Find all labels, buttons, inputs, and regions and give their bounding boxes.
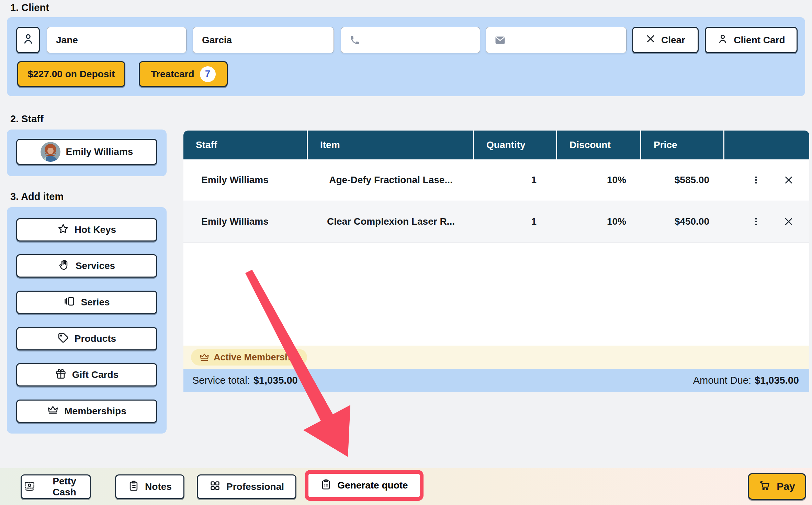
treatcard-button[interactable]: Treatcard 7 (139, 61, 228, 87)
amount-due-value: $1,035.00 (755, 375, 799, 386)
footer-bar: Petty Cash Notes Professional (0, 468, 812, 505)
client-card-label: Client Card (734, 35, 785, 46)
series-button[interactable]: Series (16, 291, 157, 314)
clear-client-button[interactable]: Clear (632, 27, 699, 53)
close-icon (645, 34, 656, 46)
pay-button[interactable]: Pay (748, 473, 806, 500)
service-total: Service total:$1,035.00 (192, 375, 298, 386)
amount-due-label: Amount Due: (693, 375, 751, 386)
row-options-kebab-icon[interactable] (750, 174, 762, 186)
crown-icon (199, 352, 210, 362)
cell-item: Age-Defy Fractional Lase... (308, 175, 474, 186)
add-item-panel: Hot Keys Services Series (7, 207, 167, 434)
col-header-staff: Staff (183, 131, 308, 159)
products-button[interactable]: Products (16, 327, 157, 350)
col-header-quantity: Quantity (474, 131, 557, 159)
cell-staff: Emily Williams (183, 216, 308, 227)
memberships-label: Memberships (64, 406, 126, 417)
table-row: Emily Williams Age-Defy Fractional Lase.… (183, 159, 809, 201)
staff-name-label: Emily Williams (66, 146, 133, 157)
notes-label: Notes (145, 481, 172, 492)
add-item-section-title: 3. Add item (10, 191, 64, 202)
generate-quote-label: Generate quote (337, 480, 408, 491)
pay-label: Pay (777, 481, 795, 492)
last-name-field-wrap (193, 27, 334, 53)
col-header-discount: Discount (557, 131, 641, 159)
staff-avatar (41, 142, 60, 162)
client-card-button[interactable]: Client Card (705, 27, 798, 53)
staff-select-button[interactable]: Emily Williams (16, 139, 157, 165)
gift-icon (55, 368, 67, 382)
staff-section-title: 2. Staff (10, 113, 44, 125)
person-icon (22, 33, 34, 47)
cell-price: $450.00 (641, 216, 724, 227)
hot-keys-button[interactable]: Hot Keys (16, 218, 157, 242)
service-total-value: $1,035.00 (253, 375, 298, 386)
cart-table-header: Staff Item Quantity Discount Price (183, 131, 809, 159)
treatcard-label: Treatcard (151, 69, 194, 80)
phone-input[interactable] (366, 34, 472, 46)
active-membership-badge: Active Membership (191, 349, 307, 366)
cart-table: Staff Item Quantity Discount Price Emily… (183, 131, 809, 346)
client-search-button[interactable] (16, 27, 40, 53)
cart-icon (759, 479, 771, 494)
row-remove-icon[interactable] (782, 215, 795, 228)
professional-button[interactable]: Professional (197, 474, 296, 499)
client-section-title: 1. Client (10, 2, 49, 13)
phone-field-wrap (341, 27, 480, 53)
notes-button[interactable]: Notes (115, 474, 184, 499)
star-icon (57, 223, 69, 237)
last-name-input[interactable] (201, 34, 325, 46)
email-input[interactable] (511, 34, 618, 46)
staff-panel: Emily Williams (7, 130, 167, 176)
deposit-button[interactable]: $227.00 on Deposit (17, 61, 125, 87)
series-label: Series (81, 297, 110, 308)
cell-quantity: 1 (474, 216, 557, 227)
cell-staff: Emily Williams (183, 175, 308, 186)
hand-icon (58, 259, 70, 273)
client-panel: Clear Client Card $227.00 on Deposit Tre… (7, 17, 805, 96)
col-header-price: Price (641, 131, 724, 159)
series-icon (64, 295, 75, 310)
amount-due: Amount Due:$1,035.00 (693, 375, 799, 386)
row-remove-icon[interactable] (782, 173, 795, 187)
membership-strip: Active Membership (183, 346, 809, 369)
col-header-actions (724, 131, 809, 159)
clipboard-list-icon (320, 479, 332, 493)
petty-cash-label: Petty Cash (41, 476, 88, 498)
cell-discount: 10% (557, 175, 641, 186)
col-header-item: Item (308, 131, 474, 159)
tag-icon (57, 332, 69, 346)
mail-icon (494, 34, 506, 46)
cell-price: $585.00 (641, 175, 724, 186)
email-field-wrap (486, 27, 627, 53)
first-name-field-wrap (47, 27, 187, 53)
generate-quote-button[interactable]: Generate quote (305, 470, 424, 501)
totals-bar: Service total:$1,035.00 Amount Due:$1,03… (183, 369, 809, 392)
cell-item: Clear Complexion Laser R... (308, 216, 474, 227)
clipboard-icon (128, 480, 139, 494)
row-options-kebab-icon[interactable] (750, 215, 762, 228)
gift-cards-button[interactable]: Gift Cards (16, 363, 157, 386)
pos-checkout-screen: 1. Client (0, 0, 812, 505)
hot-keys-label: Hot Keys (75, 224, 116, 235)
gift-cards-label: Gift Cards (72, 369, 119, 380)
memberships-button[interactable]: Memberships (16, 400, 157, 423)
cell-quantity: 1 (474, 175, 557, 186)
products-label: Products (75, 333, 116, 344)
services-label: Services (76, 260, 115, 271)
person-icon (717, 33, 728, 47)
professional-label: Professional (226, 481, 284, 492)
treatcard-count-badge: 7 (200, 66, 216, 82)
active-membership-label: Active Membership (214, 352, 299, 363)
petty-cash-button[interactable]: Petty Cash (21, 474, 91, 499)
first-name-input[interactable] (55, 34, 178, 46)
deposit-label: $227.00 on Deposit (28, 69, 115, 80)
grid-icon (209, 480, 221, 494)
services-button[interactable]: Services (16, 254, 157, 278)
table-row: Emily Williams Clear Complexion Laser R.… (183, 201, 809, 243)
cash-icon (24, 480, 35, 494)
crown-icon (47, 404, 59, 418)
cell-discount: 10% (557, 216, 641, 227)
phone-icon (349, 35, 360, 46)
